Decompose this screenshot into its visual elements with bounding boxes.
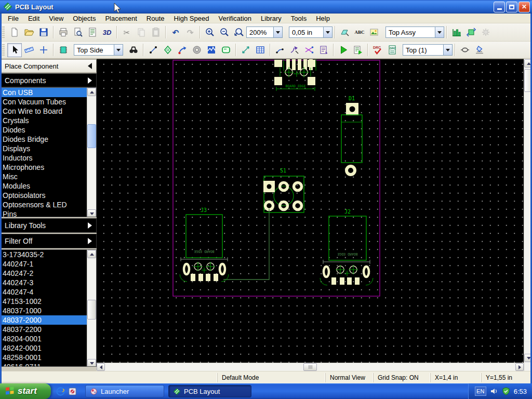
scrollbar-thumb[interactable] <box>303 363 317 371</box>
component-s1[interactable]: S1 <box>263 168 304 212</box>
pattern-editor-button[interactable] <box>449 25 464 39</box>
language-indicator[interactable]: EN <box>475 387 486 396</box>
scroll-up-button[interactable] <box>87 88 96 96</box>
titles-button[interactable] <box>85 25 100 39</box>
drc-report-button[interactable]: DRC <box>385 43 400 57</box>
scroll-right-button[interactable] <box>515 363 524 371</box>
copy-button[interactable] <box>134 25 149 39</box>
close-button[interactable]: ✕ <box>518 2 530 12</box>
menu-view[interactable]: View <box>44 14 68 23</box>
board-outline-button[interactable] <box>219 43 233 57</box>
route-trace-button[interactable] <box>175 43 190 57</box>
component-list-item[interactable]: Optosensors & LED <box>1 200 87 209</box>
part-list-item[interactable]: 48242-0001 <box>1 343 87 353</box>
part-list-item[interactable]: 47153-1002 <box>1 297 87 306</box>
side-combobox[interactable]: Top Side <box>74 44 123 56</box>
update-components-button[interactable] <box>478 25 493 39</box>
component-j3[interactable]: J3 BOARD EDGE <box>180 207 229 282</box>
part-list-item[interactable]: 48258-0001 <box>1 353 87 362</box>
menu-tools[interactable]: Tools <box>286 14 311 23</box>
layers-table-button[interactable] <box>253 43 268 57</box>
component-list-item[interactable]: Microphones <box>1 163 87 172</box>
grid-size-combobox[interactable]: 0,05 in <box>289 26 332 38</box>
drc-check-button[interactable]: DRC <box>370 43 385 57</box>
zoom-window-button[interactable] <box>232 25 246 39</box>
pcb-drawing[interactable]: BOARD EDGE D1 S1 <box>97 59 524 363</box>
assembly-view-dropdown-button[interactable] <box>435 27 444 37</box>
zoom-level-combobox[interactable]: 200% <box>246 26 283 38</box>
menu-edit[interactable]: Edit <box>23 14 44 23</box>
draw-shape-button[interactable] <box>338 25 352 39</box>
component-list-item[interactable]: Crystals <box>1 116 87 125</box>
scroll-down-button[interactable] <box>87 209 96 217</box>
pcb-canvas[interactable]: BOARD EDGE D1 S1 <box>97 59 524 363</box>
menu-help[interactable]: Help <box>311 14 335 23</box>
origin-tool-button[interactable] <box>36 43 51 57</box>
break-trace-button[interactable] <box>302 43 316 57</box>
layer-combobox[interactable]: Top (1) <box>403 44 453 56</box>
component-usb-top[interactable]: BOARD EDGE <box>274 59 316 91</box>
filter-header[interactable]: Filter Off <box>0 234 97 248</box>
menu-placement[interactable]: Placement <box>100 14 141 23</box>
preview-3d-button[interactable]: 3D <box>100 25 114 39</box>
measure-distance-button[interactable] <box>238 43 253 57</box>
edit-trace-button[interactable] <box>287 43 302 57</box>
place-text-button[interactable]: ABC <box>352 25 367 39</box>
component-list-item[interactable]: Inductors <box>1 153 87 163</box>
layer-dropdown-button[interactable] <box>443 45 452 55</box>
redo-button[interactable]: ↷ <box>183 25 197 39</box>
place-component-header[interactable]: Place Component <box>0 59 97 73</box>
autorouter-setup-button[interactable] <box>351 43 365 57</box>
component-j2[interactable]: J2 BOARD EDGE <box>320 209 373 285</box>
place-picture-button[interactable] <box>367 25 381 39</box>
components-header[interactable]: Components <box>0 73 97 87</box>
undo-button[interactable]: ↶ <box>168 25 183 39</box>
side-dropdown-button[interactable] <box>114 45 123 55</box>
part-list-item[interactable]: 440247-3 <box>1 278 87 287</box>
part-list-item[interactable]: 440247-1 <box>1 259 87 269</box>
component-list-item[interactable]: Diodes Bridge <box>1 135 87 144</box>
cut-button[interactable]: ✂ <box>119 25 134 39</box>
component-list-item[interactable]: Pins <box>1 209 87 217</box>
component-d1[interactable]: D1 <box>341 96 362 175</box>
find-component-button[interactable] <box>126 43 141 57</box>
copper-pour-button[interactable] <box>204 43 219 57</box>
print-button[interactable] <box>56 25 71 39</box>
component-list-item[interactable]: Con USB <box>1 88 87 97</box>
start-button[interactable]: start <box>0 383 51 399</box>
minimize-button[interactable] <box>494 2 505 12</box>
component-list-item[interactable]: Misc <box>1 172 87 181</box>
component-list-item[interactable]: Diodes <box>1 125 87 135</box>
taskbar-button-pcb-layout[interactable]: PCB Layout <box>168 385 251 397</box>
scroll-up-button[interactable] <box>87 250 96 258</box>
internet-explorer-icon[interactable] <box>56 387 65 396</box>
part-list-item[interactable]: 40616-0711 <box>1 362 87 367</box>
zoom-out-button[interactable] <box>217 25 232 39</box>
zoom-level-dropdown-button[interactable] <box>273 27 282 37</box>
part-list-item[interactable]: 440247-2 <box>1 269 87 278</box>
menu-objects[interactable]: Objects <box>68 14 100 23</box>
library-tools-header[interactable]: Library Tools <box>0 218 97 233</box>
component-list-item[interactable]: Optoisolators <box>1 191 87 200</box>
place-pad-button[interactable] <box>190 43 204 57</box>
part-list-scrollbar[interactable] <box>87 250 96 367</box>
part-list-item[interactable]: 48204-0001 <box>1 334 87 343</box>
grid-size-dropdown-button[interactable] <box>323 27 332 37</box>
app-shortcut-icon[interactable] <box>68 387 77 396</box>
run-autorouter-button[interactable] <box>336 43 351 57</box>
place-component-button[interactable] <box>56 43 71 57</box>
component-list-item[interactable]: Con Wire to Board <box>1 107 87 116</box>
part-number-list[interactable]: 3-1734035-2 440247-1 440247-2 440247-3 4… <box>0 249 97 367</box>
save-button[interactable] <box>36 25 51 39</box>
part-list-item[interactable]: 48037-2200 <box>1 325 87 334</box>
paste-button[interactable] <box>149 25 163 39</box>
canvas-horizontal-scrollbar[interactable] <box>97 363 524 371</box>
volume-icon[interactable] <box>490 387 498 395</box>
new-file-button[interactable] <box>7 25 22 39</box>
toolbar-grip[interactable] <box>2 26 5 38</box>
part-list-item[interactable]: 3-1734035-2 <box>1 250 87 259</box>
restore-button[interactable] <box>506 2 517 12</box>
print-preview-button[interactable] <box>71 25 85 39</box>
scrollbar-thumb[interactable] <box>87 124 96 148</box>
menu-high-speed[interactable]: High Speed <box>169 14 214 23</box>
